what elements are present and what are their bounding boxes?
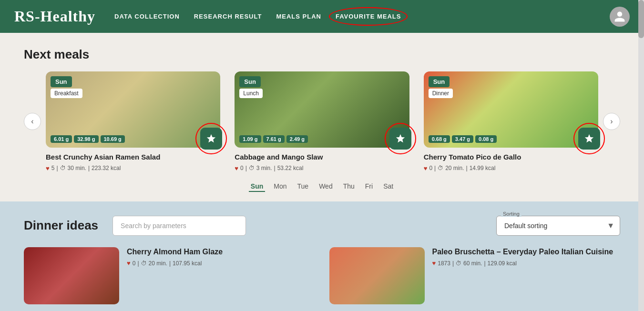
- user-avatar[interactable]: [610, 7, 630, 27]
- nav-data-collection[interactable]: DATA COLLECTION: [114, 11, 180, 22]
- sorting-wrapper: Sorting Default sorting By calories By t…: [496, 216, 620, 236]
- scrollbar[interactable]: [638, 0, 644, 311]
- heart-icon-0: ♥: [46, 165, 50, 172]
- dinner-meal-item-0: Cherry Almond Ham Glaze ♥ 0 | ⏱ 20 min. …: [24, 247, 315, 304]
- day-sun[interactable]: Sun: [249, 181, 265, 192]
- nav: DATA COLLECTION RESEARCH RESULT MEALS PL…: [114, 11, 610, 22]
- next-meals-title: Next meals: [24, 47, 620, 62]
- dinner-ideas-section: Dinner ideas Sorting Default sorting By …: [0, 201, 644, 311]
- nav-favourite-meals[interactable]: FAVOURITE MEALS: [336, 11, 401, 22]
- meal-likes-1: 0: [240, 165, 244, 171]
- heart-icon-2: ♥: [424, 165, 428, 172]
- header: RS-Healthy DATA COLLECTION RESEARCH RESU…: [0, 0, 644, 33]
- day-mon[interactable]: Mon: [272, 181, 288, 192]
- nutrient-badges-2: 0.68 g 3.47 g 0.08 g: [429, 135, 497, 143]
- dinner-heart-icon-0: ♥: [127, 260, 131, 267]
- meal-card-0: Sun Breakfast 6.01 g 32.98 g 10.69 g Bes…: [46, 71, 220, 172]
- nutrient-1-2: 2.49 g: [286, 135, 308, 143]
- meal-time-0: 30 min.: [68, 165, 86, 171]
- dinner-meal-name-1: Paleo Bruschetta – Everyday Paleo Italia…: [432, 247, 621, 257]
- dinner-meal-meta-1: ♥ 1873 | ⏱ 60 min. | 129.09 kcal: [432, 260, 621, 267]
- nutrient-badges-0: 6.01 g 32.98 g 10.69 g: [51, 135, 125, 143]
- meal-img-wrapper-1: Sun Lunch 1.09 g 7.61 g 2.49 g: [235, 71, 409, 148]
- heart-icon-1: ♥: [235, 165, 238, 172]
- dinner-meal-time-0: 20 min.: [149, 260, 167, 267]
- meal-meta-0: ♥ 5 | ⏱ 30 min. | 223.32 kcal: [46, 165, 220, 172]
- meal-name-1: Cabbage and Mango Slaw: [235, 152, 409, 162]
- dinner-meal-kcal-0: 107.95 kcal: [173, 260, 202, 267]
- dinner-meal-image-1: [329, 247, 425, 304]
- day-thu[interactable]: Thu: [341, 181, 357, 192]
- meal-name-0: Best Crunchy Asian Ramen Salad: [46, 152, 220, 162]
- dinner-meal-time-1: 60 min.: [463, 260, 482, 267]
- carousel-wrapper: ‹ Sun Breakfast 6.01 g 32.98 g 10.69 g: [24, 71, 620, 172]
- sorting-select[interactable]: Default sorting By calories By time By l…: [496, 216, 620, 236]
- dinner-meal-meta-0: ♥ 0 | ⏱ 20 min. | 107.95 kcal: [127, 260, 315, 267]
- meal-meta-1: ♥ 0 | ⏱ 3 min. | 53.22 kcal: [235, 165, 409, 172]
- meal-type-badge-1: Lunch: [239, 89, 263, 98]
- favourite-button-1[interactable]: [389, 128, 411, 150]
- meal-type-badge-2: Dinner: [429, 89, 453, 98]
- scrollbar-thumb[interactable]: [638, 0, 644, 38]
- clock-icon-1: ⏱: [249, 165, 255, 171]
- dinner-heart-icon-1: ♥: [432, 260, 436, 267]
- meal-time-2: 20 min.: [445, 165, 464, 171]
- meal-kcal-1: 53.22 kcal: [277, 165, 304, 171]
- nav-research-result[interactable]: RESEARCH RESULT: [194, 11, 262, 22]
- meal-likes-2: 0: [429, 165, 432, 171]
- meal-img-wrapper-2: Sun Dinner 0.68 g 3.47 g 0.08 g: [424, 71, 598, 148]
- meal-kcal-2: 14.99 kcal: [470, 165, 496, 171]
- day-badge-2: Sun: [429, 76, 450, 87]
- day-fri[interactable]: Fri: [363, 181, 375, 192]
- meal-kcal-0: 223.32 kcal: [92, 165, 121, 171]
- meal-meta-2: ♥ 0 | ⏱ 20 min. | 14.99 kcal: [424, 165, 598, 172]
- meal-time-1: 3 min.: [256, 165, 272, 171]
- dinner-meal-kcal-1: 129.09 kcal: [488, 260, 517, 267]
- day-sat[interactable]: Sat: [381, 181, 395, 192]
- dinner-meal-name-0: Cherry Almond Ham Glaze: [127, 247, 315, 257]
- nav-meals-plan[interactable]: MEALS PLAN: [276, 11, 321, 22]
- day-badge-0: Sun: [51, 76, 72, 87]
- dinner-meals-list: Cherry Almond Ham Glaze ♥ 0 | ⏱ 20 min. …: [24, 247, 620, 304]
- dinner-meal-info-1: Paleo Bruschetta – Everyday Paleo Italia…: [432, 247, 621, 267]
- dinner-clock-icon-1: ⏱: [456, 260, 461, 267]
- meal-name-2: Cherry Tomato Pico de Gallo: [424, 152, 598, 162]
- meal-likes-0: 5: [51, 165, 55, 171]
- meal-img-wrapper-0: Sun Breakfast 6.01 g 32.98 g 10.69 g: [46, 71, 220, 148]
- clock-icon-0: ⏱: [60, 165, 66, 171]
- next-meals-section: Next meals ‹ Sun Breakfast 6.01 g 32.98 …: [0, 33, 644, 201]
- search-box: [112, 216, 246, 236]
- meal-card-2: Sun Dinner 0.68 g 3.47 g 0.08 g Cherry T…: [424, 71, 598, 172]
- dinner-header: Dinner ideas Sorting Default sorting By …: [24, 216, 620, 236]
- nutrient-2-0: 0.68 g: [429, 135, 450, 143]
- separator2-0: |: [88, 165, 90, 171]
- day-wed[interactable]: Wed: [317, 181, 335, 192]
- logo[interactable]: RS-Healthy: [14, 8, 95, 25]
- meal-card-1: Sun Lunch 1.09 g 7.61 g 2.49 g Cabbage a…: [235, 71, 409, 172]
- carousel-prev-button[interactable]: ‹: [24, 113, 41, 130]
- sorting-label: Sorting: [501, 211, 521, 217]
- nutrient-0-1: 32.98 g: [74, 135, 98, 143]
- day-selector: Sun Mon Tue Wed Thu Fri Sat: [24, 181, 620, 192]
- nutrient-1-0: 1.09 g: [239, 135, 261, 143]
- dinner-meal-image-0: [24, 247, 119, 304]
- separator-0: |: [56, 165, 58, 171]
- dinner-meal-info-0: Cherry Almond Ham Glaze ♥ 0 | ⏱ 20 min. …: [127, 247, 315, 267]
- nutrient-1-1: 7.61 g: [263, 135, 285, 143]
- nutrient-2-1: 3.47 g: [452, 135, 473, 143]
- dinner-clock-icon-0: ⏱: [141, 260, 147, 267]
- dinner-meal-item-1: Paleo Bruschetta – Everyday Paleo Italia…: [329, 247, 621, 304]
- favourite-button-2[interactable]: [578, 128, 600, 150]
- search-input[interactable]: [112, 216, 246, 236]
- nutrient-badges-1: 1.09 g 7.61 g 2.49 g: [239, 135, 308, 143]
- dinner-meal-likes-1: 1873: [438, 260, 450, 267]
- favourite-button-0[interactable]: [200, 128, 222, 150]
- dinner-ideas-title: Dinner ideas: [24, 218, 98, 233]
- cards-row: Sun Breakfast 6.01 g 32.98 g 10.69 g Bes…: [46, 71, 598, 172]
- clock-icon-2: ⏱: [438, 165, 443, 171]
- dinner-meal-likes-0: 0: [133, 260, 136, 267]
- day-tue[interactable]: Tue: [296, 181, 311, 192]
- nutrient-2-2: 0.08 g: [475, 135, 497, 143]
- meal-type-badge-0: Breakfast: [51, 89, 82, 98]
- carousel-next-button[interactable]: ›: [603, 113, 620, 130]
